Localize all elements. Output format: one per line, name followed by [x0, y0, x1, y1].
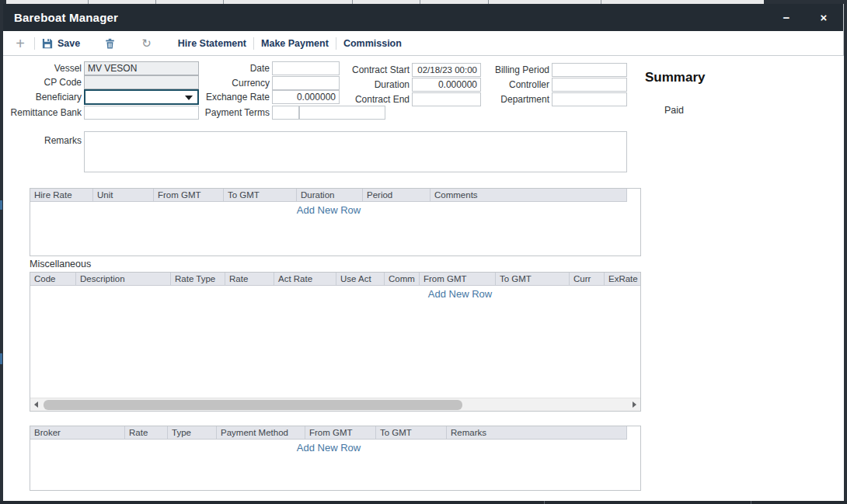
- background-bottom-divider: [751, 501, 751, 504]
- miscellaneous-table-header: Code Description Rate Type Rate Act Rate…: [30, 273, 640, 286]
- make-payment-button[interactable]: Make Payment: [261, 38, 329, 49]
- col-to-gmt: To GMT: [496, 273, 570, 285]
- col-broker: Broker: [30, 426, 125, 439]
- save-label: Save: [58, 38, 80, 49]
- billing-period-input[interactable]: [552, 63, 627, 77]
- floppy-disk-icon: [42, 38, 53, 49]
- remarks-label: Remarks: [3, 134, 82, 148]
- scrollbar-thumb[interactable]: [44, 400, 462, 410]
- titlebar: Bareboat Manager − ×: [3, 4, 843, 31]
- broker-table: Broker Rate Type Payment Method From GMT…: [30, 426, 641, 491]
- col-rate-type: Rate Type: [171, 273, 225, 285]
- col-remarks: Remarks: [447, 426, 627, 439]
- miscellaneous-table: Code Description Rate Type Rate Act Rate…: [30, 272, 641, 412]
- toolbar-divider: [253, 37, 254, 50]
- department-label: Department: [469, 92, 549, 106]
- broker-add-new-row-link[interactable]: Add New Row: [30, 442, 627, 454]
- col-curr: Curr: [570, 273, 605, 285]
- cp-code-label: CP Code: [3, 75, 82, 89]
- col-from-gmt: From GMT: [420, 273, 496, 285]
- col-exrate: ExRate: [605, 273, 640, 285]
- window-title: Bareboat Manager: [14, 11, 118, 24]
- col-use-act: Use Act: [336, 273, 385, 285]
- hire-add-new-row-link[interactable]: Add New Row: [30, 204, 627, 216]
- trash-icon: [105, 38, 115, 49]
- duration-label: Duration: [329, 78, 410, 92]
- payment-terms-label: Payment Terms: [182, 106, 270, 120]
- col-description: Description: [76, 273, 171, 285]
- department-input[interactable]: [552, 92, 627, 106]
- col-unit: Unit: [93, 189, 154, 201]
- col-to-gmt: To GMT: [376, 426, 447, 439]
- summary-title: Summary: [645, 70, 705, 85]
- save-button[interactable]: Save: [42, 38, 80, 49]
- plus-icon[interactable]: +: [13, 36, 27, 51]
- minimize-icon[interactable]: −: [779, 11, 793, 24]
- horizontal-scrollbar[interactable]: [30, 398, 640, 411]
- col-period: Period: [363, 189, 430, 201]
- toolbar: + Save: [3, 31, 843, 56]
- bareboat-manager-window: Bareboat Manager − × + Save: [3, 4, 844, 501]
- col-to-gmt: To GMT: [224, 189, 297, 201]
- misc-add-new-row-link[interactable]: Add New Row: [398, 288, 522, 300]
- toolbar-divider: [336, 37, 336, 50]
- col-code: Code: [30, 273, 76, 285]
- col-rate: Rate: [225, 273, 274, 285]
- col-hire-rate: Hire Rate: [30, 189, 93, 201]
- delete-button[interactable]: [105, 38, 115, 49]
- toolbar-divider: [34, 37, 35, 50]
- commission-button[interactable]: Commission: [343, 38, 402, 49]
- background-window-bottom-sliver: [0, 501, 847, 504]
- col-rate: Rate: [125, 426, 168, 439]
- refresh-icon[interactable]: ↻: [141, 37, 152, 49]
- col-comments: Comments: [430, 189, 627, 201]
- remittance-bank-label: Remittance Bank: [3, 106, 82, 120]
- currency-label: Currency: [182, 76, 270, 90]
- contract-start-label: Contract Start: [329, 63, 410, 77]
- col-duration: Duration: [297, 189, 363, 201]
- payment-terms-input[interactable]: [272, 106, 299, 120]
- hire-table: Hire Rate Unit From GMT To GMT Duration …: [30, 188, 641, 256]
- miscellaneous-section-label: Miscellaneous: [30, 259, 91, 269]
- scroll-left-icon[interactable]: [30, 398, 43, 411]
- controller-input[interactable]: [552, 78, 627, 92]
- col-type: Type: [168, 426, 217, 439]
- close-icon[interactable]: ×: [817, 11, 831, 24]
- hire-statement-button[interactable]: Hire Statement: [178, 38, 246, 49]
- col-act-rate: Act Rate: [274, 273, 336, 285]
- payment-terms-description-input[interactable]: [299, 106, 385, 120]
- summary-paid-label: Paid: [664, 105, 684, 116]
- background-edge-fragment: [0, 353, 2, 364]
- scroll-right-icon[interactable]: [628, 398, 640, 411]
- broker-table-header: Broker Rate Type Payment Method From GMT…: [30, 426, 627, 440]
- background-edge-fragment: [0, 200, 2, 210]
- vessel-label: Vessel: [3, 61, 82, 75]
- date-label: Date: [182, 61, 270, 75]
- col-payment-method: Payment Method: [217, 426, 305, 439]
- beneficiary-label: Beneficiary: [3, 90, 82, 104]
- contract-end-label: Contract End: [329, 92, 410, 106]
- col-from-gmt: From GMT: [305, 426, 376, 439]
- form-content: Vessel CP Code Beneficiary Remittance Ba…: [3, 56, 844, 501]
- remarks-textarea[interactable]: [84, 131, 627, 172]
- exchange-rate-label: Exchange Rate: [182, 90, 270, 104]
- billing-period-label: Billing Period: [469, 63, 549, 77]
- col-comm: Comm: [385, 273, 420, 285]
- window-controls: − ×: [779, 11, 831, 24]
- hire-table-header: Hire Rate Unit From GMT To GMT Duration …: [30, 189, 627, 202]
- background-bottom-divider: [544, 501, 545, 504]
- controller-label: Controller: [469, 78, 549, 92]
- col-from-gmt: From GMT: [154, 189, 224, 201]
